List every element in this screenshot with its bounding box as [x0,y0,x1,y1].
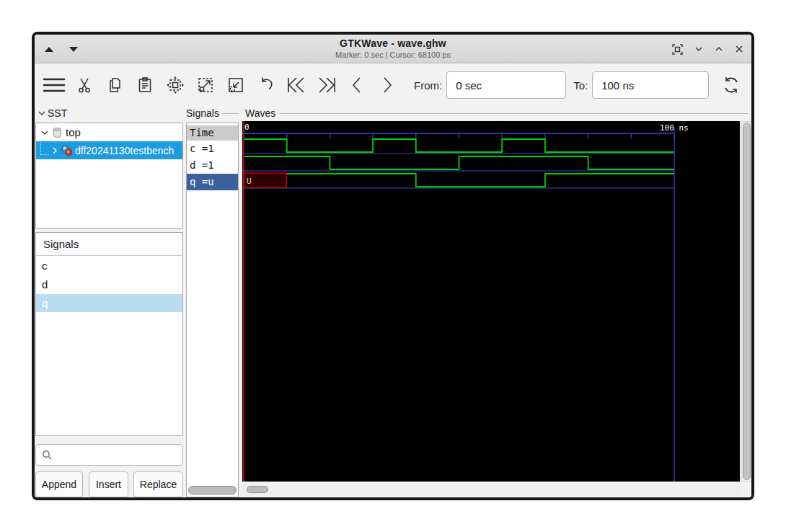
module-icon [61,144,73,156]
list-item[interactable]: c [36,257,182,275]
tree-item-top[interactable]: top [36,123,182,141]
tree-item-label: top [66,126,81,138]
sst-label: SST [48,107,67,119]
paste-icon[interactable] [130,69,160,101]
signal-value: d =1 [190,159,214,171]
from-input[interactable] [446,71,566,99]
zoom-out-icon[interactable] [221,69,251,101]
frame-line [221,113,239,114]
replace-button[interactable]: Replace [133,471,183,497]
from-label: From: [414,79,442,92]
chevron-up-icon[interactable] [714,44,724,54]
frame-line [280,113,748,114]
signal-name: q [42,297,48,309]
fullscreen-icon[interactable] [671,43,684,56]
signals-frame-label: Signals [186,107,219,119]
waves-hscrollbar[interactable] [242,484,740,495]
list-item[interactable]: q [36,294,182,312]
titlebar: GTKWave - wave.ghw Marker: 0 sec | Curso… [35,35,751,63]
chevron-down-icon[interactable] [694,44,704,54]
insert-button-label: Insert [96,479,121,490]
scrollbar-thumb[interactable] [188,486,237,495]
tree-item-testbench[interactable]: dff20241130testbench [36,141,182,159]
wave-canvas[interactable]: 0100 nsU [242,121,740,482]
waves-frame-label: Waves [245,107,275,119]
cut-icon[interactable] [69,69,100,101]
expander-right-icon[interactable] [51,146,58,155]
step-right-icon[interactable] [372,69,402,101]
to-label: To: [573,79,588,92]
reload-icon[interactable] [716,69,746,101]
signals-values-panel: Time c =1 d =1 q =u [186,123,239,497]
signal-value-row[interactable]: q =u [187,174,238,190]
signal-name: d [42,278,48,291]
signal-value-row[interactable]: c =1 [187,141,238,157]
scrollbar-thumb[interactable] [743,123,751,480]
signal-search-input[interactable] [35,444,183,466]
signal-browser-header: Signals [36,233,182,256]
menu-icon[interactable] [39,69,69,101]
sst-section-header[interactable]: SST [37,107,67,119]
waveform-plot: 0100 nsU [242,121,740,482]
main-content: SST top dff20241130testbench [35,107,751,497]
marker-cursor-status: Marker: 0 sec | Cursor: 68100 ps [35,50,751,59]
time-column-header[interactable]: Time [187,125,238,141]
signal-value-row[interactable]: d =1 [187,157,238,174]
signals-hscrollbar[interactable] [188,486,237,495]
close-icon[interactable] [734,44,744,54]
tree-guide-line [40,139,49,155]
append-button-label: Append [42,479,76,490]
step-left-icon[interactable] [342,69,372,101]
list-item[interactable]: d [36,275,182,293]
search-icon [42,450,53,461]
insert-button[interactable]: Insert [89,471,128,497]
signal-value: c =1 [190,143,214,154]
svg-text:U: U [247,177,252,186]
skip-to-end-icon[interactable] [312,69,342,101]
expander-down-icon [37,110,46,117]
window-title: GTKWave - wave.ghw [35,37,751,49]
toolbar: From: To: [35,63,751,107]
svg-text:0: 0 [244,123,250,132]
signal-value: q =u [190,176,214,187]
tree-item-label: dff20241130testbench [75,145,174,156]
expander-down-icon[interactable] [40,129,49,136]
waves-vscrollbar[interactable] [741,121,752,482]
signal-name: c [42,260,48,272]
gtkwave-window: GTKWave - wave.ghw Marker: 0 sec | Curso… [32,32,754,500]
zoom-in-icon[interactable] [190,69,221,101]
undo-icon[interactable] [251,69,281,101]
database-icon [52,127,63,138]
scrollbar-thumb[interactable] [247,486,268,493]
copy-icon[interactable] [100,69,130,101]
skip-to-start-icon[interactable] [281,69,312,101]
append-button[interactable]: Append [35,471,83,497]
zoom-fit-icon[interactable] [160,69,190,101]
to-input[interactable] [592,71,709,99]
replace-button-label: Replace [140,479,177,490]
sst-tree: top dff20241130testbench [35,123,183,229]
signal-browser: Signals c d q [35,232,183,436]
